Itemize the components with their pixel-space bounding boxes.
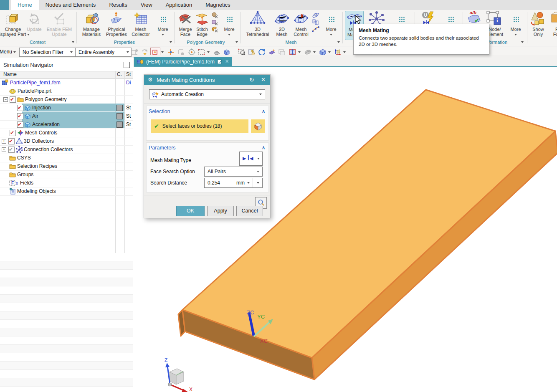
dialog-close-icon[interactable]: ✕ (261, 76, 266, 83)
selection-filter-combo[interactable]: No Selection Filter (19, 48, 75, 57)
mesh-launcher-icon[interactable] (337, 40, 340, 44)
tree-row-connection-collectors[interactable]: + ✔ Connection Collectors (0, 145, 133, 154)
color-swatch[interactable] (116, 105, 123, 111)
mouse-cursor (354, 15, 364, 25)
menu-nodes-elements[interactable]: Nodes and Elements (39, 0, 103, 10)
parameters-header[interactable]: Parameters (149, 145, 176, 151)
ok-button[interactable]: OK (176, 206, 205, 216)
navigator-column-header[interactable]: Name C. St (0, 71, 133, 79)
menu-application[interactable]: Application (159, 0, 199, 10)
tree-row-3d-collectors[interactable]: + ✔ 3D Collectors (0, 137, 133, 146)
checkbox-checked[interactable]: ✔ (10, 96, 16, 103)
parameters-collapse-icon[interactable]: ∧ (262, 145, 265, 150)
menu-results[interactable]: Results (102, 0, 134, 10)
color-swatch[interactable] (116, 121, 123, 128)
update-button[interactable]: Update (23, 11, 45, 37)
apply-button[interactable]: Apply (207, 206, 234, 216)
tree-row-modeling-objects[interactable]: Modeling Objects (0, 187, 133, 196)
mesh-collector-button[interactable]: Mesh Collector (129, 11, 152, 37)
yc-axis-label: YC (257, 314, 265, 320)
view-triad: Z X (165, 357, 192, 392)
enable-fem-update-button[interactable]: Enable FEM Update (46, 11, 73, 37)
dropdown-caret-icon (127, 51, 129, 53)
creation-type-combo[interactable]: Automatic Creation (149, 89, 265, 99)
manage-materials-button[interactable]: Manage Materials (79, 11, 104, 37)
face-search-combo[interactable]: All Pairs (204, 167, 263, 177)
checkbox-checked-gray[interactable]: ✔ (8, 147, 15, 153)
mesh-control-button[interactable]: Mesh Control (291, 11, 311, 37)
dialog-reset-icon[interactable]: ↻ (249, 76, 254, 83)
information-launcher-icon[interactable] (521, 40, 524, 44)
mesh-more-button[interactable]: More (322, 11, 340, 37)
3d-tetrahedral-button[interactable]: 3D Tetrahedral (242, 11, 273, 37)
solid-body-icon (24, 104, 31, 111)
checkbox-checked[interactable]: ✔ (17, 121, 23, 128)
auto-creation-icon (151, 91, 160, 98)
nx-app-icon[interactable] (0, 0, 9, 10)
tree-row-csys[interactable]: CSYS (0, 154, 133, 162)
stitch-edge-button[interactable]: Stitch Edge (194, 11, 210, 37)
tree-row-injection[interactable]: ✔ Injection St (0, 104, 133, 112)
nx-application-window: Home Nodes and Elements Results View App… (0, 0, 557, 392)
select-faces-field[interactable]: ✔ Select faces or bodies (18) (151, 119, 248, 133)
properties-more-button[interactable]: More (154, 11, 172, 37)
tree-row-prt-file[interactable]: ParticlePipe.prt (0, 87, 133, 96)
information-more-button[interactable]: More (507, 11, 524, 37)
show-only-button[interactable]: Show Only (529, 11, 548, 37)
menu-magnetics[interactable]: Magnetics (199, 0, 237, 10)
defeature-sphere-icon[interactable] (210, 11, 219, 18)
color-swatch[interactable] (116, 113, 123, 119)
select-body-button[interactable] (251, 119, 265, 133)
menu-view[interactable]: View (134, 0, 159, 10)
tree-row-polygon-geometry[interactable]: − ✔ Polygon Geometry (0, 95, 133, 104)
tree-row-mesh-controls[interactable]: ✔ Mesh Controls (0, 129, 133, 137)
selection-collapse-icon[interactable]: ∧ (262, 109, 265, 114)
mesh-collector-icon (129, 11, 152, 27)
dialog-title-bar[interactable]: ⚙ Mesh Mating Conditions ↻ ✕ (144, 75, 270, 85)
cancel-button[interactable]: Cancel (236, 206, 263, 216)
partial-right-button[interactable]: R Fac (549, 11, 557, 37)
mating-type-button[interactable]: ▶ | ◀ (239, 152, 263, 166)
dropdown-caret-icon (330, 34, 332, 35)
tab-close-icon[interactable]: ✕ (225, 59, 229, 64)
tree-row-fields[interactable]: xF Fields (0, 179, 133, 187)
menu-dropdown[interactable]: Menu (0, 48, 20, 56)
checkbox-checked[interactable]: ✔ (8, 138, 15, 144)
fem-document-tab[interactable]: (FEM) ParticlePipe_fem1.fem ✕ (134, 57, 232, 66)
checkbox-checked[interactable]: ✔ (10, 130, 16, 136)
1d-mesh-icon[interactable] (311, 25, 320, 33)
swept-mesh-icon[interactable] (311, 18, 320, 25)
menu-home[interactable]: Home (11, 0, 39, 10)
merge-face-button[interactable]: Merge Face (176, 11, 195, 37)
selection-header[interactable]: Selection (149, 109, 170, 114)
tree-row-selection-recipes[interactable]: Selection Recipes (0, 162, 133, 171)
stitch-edge-icon (194, 11, 210, 27)
defeature-cylinder-icon[interactable] (210, 18, 219, 25)
defeature-box-icon[interactable] (210, 25, 219, 33)
physical-properties-button[interactable]: Physical Properties (104, 11, 129, 37)
navigator-pin-icon[interactable] (124, 62, 130, 68)
checkbox-checked[interactable]: ✔ (17, 113, 23, 119)
collapse-expander[interactable]: − (3, 97, 8, 102)
tab-edit-icon[interactable] (217, 59, 223, 64)
gear-icon: ⚙ (148, 76, 153, 83)
checkbox-checked[interactable]: ✔ (17, 105, 23, 111)
polygon-launcher-icon[interactable] (235, 40, 238, 44)
selection-scope-combo[interactable]: Entire Assembly (75, 48, 132, 57)
expand-expander[interactable]: + (2, 139, 6, 144)
tree-row-groups[interactable]: Groups (0, 170, 133, 179)
search-distance-field[interactable]: 0.254 mm (204, 178, 263, 188)
svg-text:x: x (16, 181, 18, 185)
svg-text:F: F (11, 181, 14, 185)
properties-launcher-icon[interactable] (170, 40, 172, 44)
tree-row-acceleration[interactable]: ✔ Acceleration St (0, 120, 133, 129)
column-c: C. (117, 71, 122, 77)
expand-expander[interactable]: + (2, 147, 6, 152)
tree-row-air[interactable]: ✔ Air St (0, 112, 133, 121)
mesh-mating-tooltip: Mesh Mating Connects two separate solid … (353, 24, 489, 55)
polygon-more-button[interactable]: More (220, 11, 238, 37)
tree-row-fem-file[interactable]: ParticlePipe_fem1.fem Di (0, 78, 133, 87)
2d-mesh-button[interactable]: 2D Mesh (273, 11, 290, 37)
context-launcher-icon[interactable] (72, 40, 74, 44)
mapped-mesh-icon[interactable] (311, 11, 320, 18)
